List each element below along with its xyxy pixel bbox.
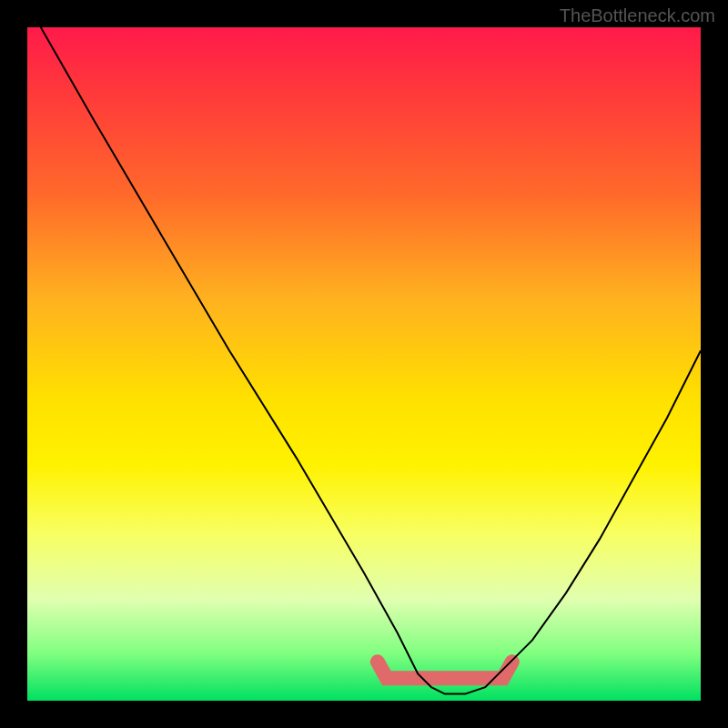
curve-line xyxy=(41,27,701,694)
highlight-glyph xyxy=(378,662,512,678)
chart-svg xyxy=(27,27,701,701)
watermark-text: TheBottleneck.com xyxy=(560,5,715,26)
